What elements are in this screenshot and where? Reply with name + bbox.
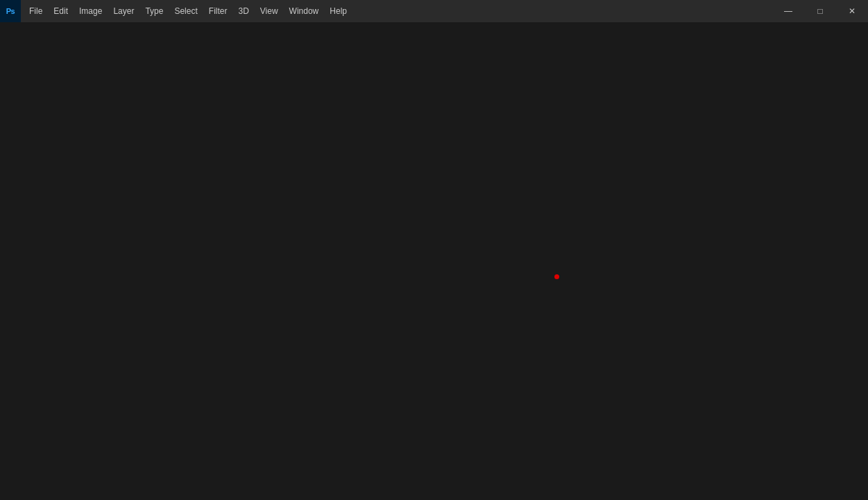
menu-view[interactable]: View bbox=[255, 0, 284, 22]
menu-layer[interactable]: Layer bbox=[108, 0, 139, 22]
minimize-button[interactable]: — bbox=[772, 0, 804, 22]
menu-edit[interactable]: Edit bbox=[48, 0, 74, 22]
canvas-area bbox=[0, 22, 868, 500]
red-dot bbox=[554, 274, 559, 279]
maximize-button[interactable]: □ bbox=[804, 0, 836, 22]
title-bar: Ps File Edit Image Layer Type Select Fil… bbox=[0, 0, 868, 22]
menu-3d[interactable]: 3D bbox=[232, 0, 254, 22]
close-button[interactable]: ✕ bbox=[836, 0, 868, 22]
menu-select[interactable]: Select bbox=[169, 0, 203, 22]
menu-help[interactable]: Help bbox=[324, 0, 352, 22]
title-bar-right: — □ ✕ bbox=[772, 0, 868, 22]
menu-window[interactable]: Window bbox=[284, 0, 325, 22]
menu-type[interactable]: Type bbox=[139, 0, 169, 22]
ps-logo: Ps bbox=[0, 0, 21, 22]
title-bar-left: Ps File Edit Image Layer Type Select Fil… bbox=[0, 0, 352, 22]
ps-logo-text: Ps bbox=[6, 7, 15, 15]
menu-file[interactable]: File bbox=[24, 0, 48, 22]
menu-bar: File Edit Image Layer Type Select Filter… bbox=[24, 0, 352, 22]
menu-filter[interactable]: Filter bbox=[203, 0, 233, 22]
menu-image[interactable]: Image bbox=[74, 0, 108, 22]
